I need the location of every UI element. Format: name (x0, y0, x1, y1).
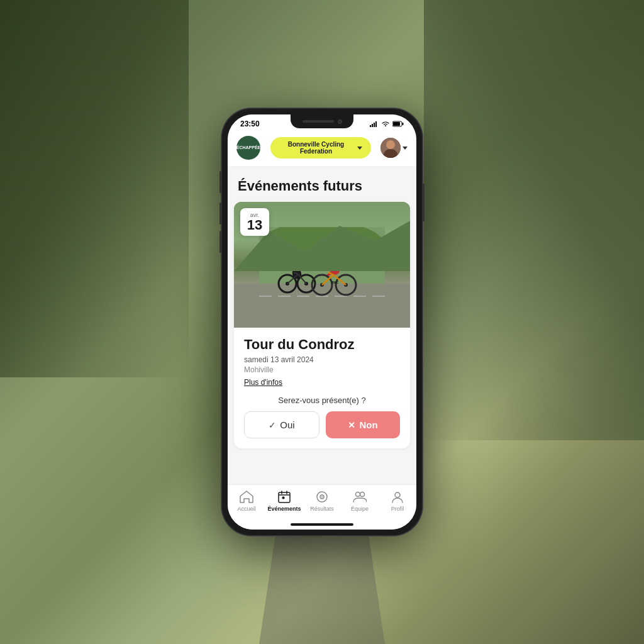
attendance-question: Serez-vous présent(e) ? (244, 396, 400, 405)
home-icon (239, 490, 254, 504)
x-icon: ✕ (348, 420, 355, 430)
svg-point-43 (356, 492, 360, 497)
user-chevron-icon (402, 147, 408, 150)
profile-icon (390, 490, 405, 504)
nav-label-evenements: Événements (267, 506, 301, 512)
svg-point-11 (259, 227, 385, 271)
svg-rect-1 (372, 124, 373, 127)
user-avatar-wrapper[interactable] (380, 138, 408, 158)
status-icons (370, 121, 404, 127)
event-more-info-link[interactable]: Plus d'infos (244, 378, 400, 387)
svg-point-23 (329, 254, 340, 265)
event-name: Tour du Condroz (244, 336, 400, 353)
svg-rect-0 (370, 125, 371, 127)
oui-button[interactable]: ✓ Oui (244, 411, 319, 438)
event-full-date: samedi 13 avril 2024 (244, 355, 400, 364)
svg-point-8 (386, 140, 395, 149)
notch-camera (338, 119, 342, 124)
check-icon: ✓ (269, 420, 276, 430)
app-header: ÉCHAPPÉE Bonneville Cycling Federation (228, 131, 416, 167)
svg-rect-3 (375, 121, 377, 127)
svg-rect-5 (402, 123, 404, 125)
event-info: Tour du Condroz samedi 13 avril 2024 Moh… (234, 328, 410, 448)
notch (291, 114, 353, 128)
home-indicator (228, 519, 416, 530)
phone-outer: 23:50 (221, 108, 423, 536)
nav-item-evenements[interactable]: Événements (265, 490, 303, 512)
svg-point-44 (360, 492, 365, 497)
svg-point-14 (292, 260, 302, 270)
event-date-day: 13 (247, 218, 263, 232)
svg-text:BMC: BMC (331, 280, 339, 284)
event-image-container: BMC avr. 13 (234, 202, 410, 328)
org-selector[interactable]: Bonneville Cycling Federation (270, 137, 371, 158)
svg-rect-39 (282, 497, 284, 499)
calendar-icon (277, 490, 292, 504)
date-badge: avr. 13 (240, 208, 269, 236)
nav-label-accueil: Accueil (237, 506, 255, 512)
avatar-image (380, 138, 401, 158)
team-icon (352, 490, 367, 504)
svg-point-45 (395, 492, 400, 497)
svg-point-9 (383, 150, 398, 158)
nav-label-resultats: Résultats (310, 506, 334, 512)
nav-item-profil[interactable]: Profil (379, 490, 416, 512)
tree-right (424, 0, 644, 440)
status-time: 23:50 (240, 119, 260, 128)
home-bar (291, 523, 353, 526)
signal-icon (370, 121, 379, 127)
org-name: Bonneville Cycling Federation (279, 141, 353, 155)
oui-label: Oui (280, 419, 294, 430)
app-logo[interactable]: ÉCHAPPÉE (236, 136, 260, 160)
attendance-buttons: ✓ Oui ✕ Non (244, 411, 400, 438)
event-location: Mohiville (244, 365, 400, 374)
svg-rect-6 (393, 122, 400, 126)
nav-item-equipe[interactable]: Équipe (341, 490, 379, 512)
svg-point-24 (329, 253, 340, 260)
non-label: Non (359, 419, 377, 430)
bottom-nav: Accueil Événements (228, 484, 416, 519)
nav-label-profil: Profil (391, 506, 404, 512)
event-card: BMC avr. 13 Tour du Condroz samedi 13 av… (234, 202, 410, 448)
avatar (380, 138, 401, 158)
nav-item-accueil[interactable]: Accueil (228, 490, 265, 512)
non-button[interactable]: ✕ Non (326, 411, 400, 438)
chevron-down-icon (357, 147, 362, 150)
notch-speaker (303, 120, 334, 123)
nav-item-resultats[interactable]: Résultats (303, 490, 341, 512)
nav-label-equipe: Équipe (351, 506, 369, 512)
phone-wrapper: 23:50 (221, 108, 423, 536)
cyclists-svg: BMC (259, 227, 385, 309)
phone-screen: 23:50 (228, 114, 416, 530)
tree-left (0, 0, 189, 377)
svg-point-42 (321, 496, 323, 497)
section-title: Événements futurs (228, 167, 416, 202)
wifi-icon (381, 121, 390, 127)
trophy-icon (314, 490, 330, 504)
app-content[interactable]: Événements futurs (228, 167, 416, 484)
svg-rect-2 (374, 123, 375, 127)
battery-icon (392, 121, 404, 127)
